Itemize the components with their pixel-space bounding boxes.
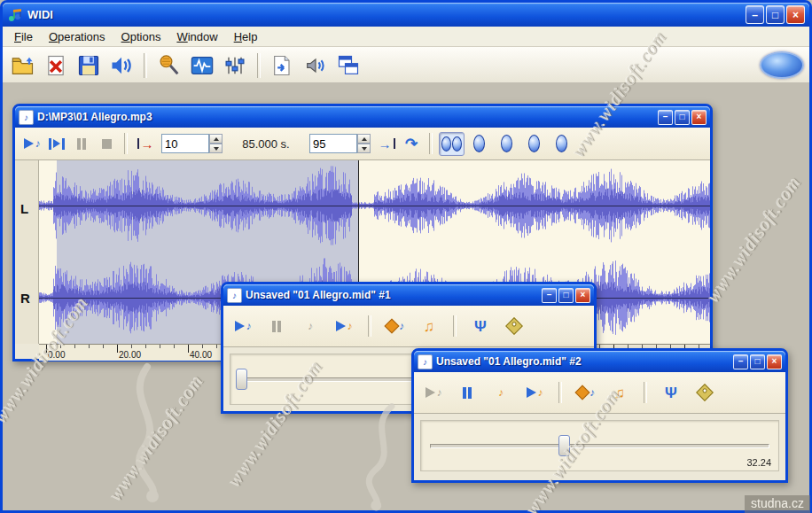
wave-window-titlebar[interactable]: ♪ D:\MP3\01 Allegro.mp3 – □ × (15, 106, 710, 128)
notes-button[interactable]: ♫ (415, 313, 443, 339)
save-button[interactable] (74, 51, 104, 81)
close-button[interactable]: × (786, 5, 805, 24)
pause-button[interactable] (453, 379, 481, 406)
tuning-fork-button[interactable]: Ψ (466, 313, 495, 339)
stop-button[interactable] (95, 132, 118, 155)
toolbar-separator (144, 53, 147, 78)
menu-window[interactable]: Window (168, 28, 225, 45)
tag-icon (696, 384, 714, 401)
menu-operations[interactable]: Operations (41, 28, 113, 45)
midi2-close-button[interactable]: × (767, 354, 782, 369)
mixer-icon (223, 53, 247, 78)
tempo-input[interactable] (309, 134, 357, 153)
pause-icon (82, 138, 86, 150)
tuning-fork-button[interactable]: Ψ (657, 379, 685, 406)
position-down-button[interactable] (209, 144, 223, 153)
note-icon: ♪ (538, 387, 543, 398)
pause-button[interactable] (70, 132, 93, 155)
convert-to-midi-button[interactable] (268, 51, 298, 81)
pause-icon (463, 387, 466, 399)
bracket-icon (49, 138, 51, 150)
midi2-maximize-button[interactable]: □ (750, 354, 765, 369)
main-titlebar[interactable]: WIDI – □ × (3, 3, 809, 27)
volume-button[interactable] (301, 51, 331, 81)
midi2-progress-slider[interactable]: 32.24 (420, 420, 779, 471)
pause-button[interactable] (262, 313, 291, 339)
seek-note-button[interactable]: ♪ (381, 313, 410, 339)
menu-options[interactable]: Options (113, 28, 169, 45)
open-file-button[interactable] (8, 51, 38, 81)
tempo-spinbox (309, 134, 371, 153)
tempo-up-button[interactable] (357, 134, 371, 144)
slider-track[interactable] (430, 444, 769, 448)
midi2-titlebar[interactable]: ♪ Unsaved "01 Allegro.mid" #2 – □ × (414, 351, 785, 372)
maximize-button[interactable]: □ (766, 5, 785, 24)
volume-icon (303, 53, 328, 78)
seek-note-button[interactable]: ♪ (572, 379, 600, 406)
note-icon: ♪ (589, 387, 595, 398)
synth-play-button[interactable]: ♪ (520, 379, 549, 406)
midi1-minimize-button[interactable]: – (542, 288, 557, 303)
tuning-fork-icon: Ψ (474, 319, 487, 334)
wave-window-title: D:\MP3\01 Allegro.mp3 (37, 111, 654, 123)
stereo-toggle-button[interactable] (439, 132, 465, 156)
record-button[interactable] (154, 51, 184, 81)
notes-button[interactable]: ♫ (605, 379, 634, 406)
note-icon: ♪ (347, 321, 353, 331)
slider-thumb[interactable] (236, 369, 247, 390)
play-button[interactable]: ♪ (20, 132, 43, 155)
synth-play-icon (336, 321, 346, 331)
position-input[interactable] (161, 134, 209, 153)
stop-button[interactable]: ♪ (296, 313, 324, 339)
menu-help[interactable]: Help (226, 28, 266, 45)
arrow-down-icon (362, 147, 367, 151)
oval-button-2[interactable] (466, 132, 492, 156)
menu-file[interactable]: File (6, 28, 41, 45)
mixer-button[interactable] (220, 51, 250, 81)
play-icon (24, 138, 34, 149)
oval-button-5[interactable] (549, 132, 574, 156)
position-up-button[interactable] (209, 134, 223, 144)
midi1-close-button[interactable]: × (575, 288, 590, 303)
play-button[interactable]: ♪ (419, 379, 448, 406)
toolbar-separator (644, 382, 647, 403)
convert-icon (270, 53, 295, 78)
midi1-titlebar[interactable]: ♪ Unsaved "01 Allegro.mid" #1 – □ × (223, 284, 594, 306)
tags-button[interactable] (691, 379, 719, 406)
tags-button[interactable] (500, 313, 528, 339)
synth-play-button[interactable]: ♪ (330, 313, 358, 339)
slider-thumb[interactable] (558, 435, 570, 456)
midi-doc-icon: ♪ (418, 354, 433, 369)
wave-maximize-button[interactable]: □ (675, 110, 690, 125)
waveform-view-icon (190, 53, 215, 78)
oval-button-4[interactable] (521, 132, 547, 156)
minimize-button[interactable]: – (746, 5, 764, 24)
play-selection-button[interactable] (45, 132, 68, 155)
bracket-icon (62, 138, 65, 150)
duration-readout: 85.000 s. (234, 137, 298, 151)
wave-minimize-button[interactable]: – (658, 110, 673, 125)
midi1-maximize-button[interactable]: □ (558, 288, 574, 303)
waveform-view-button[interactable] (187, 51, 217, 81)
play-sound-button[interactable] (106, 51, 137, 81)
oval-icon (452, 136, 462, 152)
tempo-down-button[interactable] (357, 144, 371, 153)
midi2-minimize-button[interactable]: – (733, 354, 748, 369)
cascade-windows-button[interactable] (333, 51, 363, 81)
pause-icon (77, 138, 81, 150)
wave-close-button[interactable]: × (691, 110, 707, 125)
widi-logo-icon (760, 51, 804, 79)
to-end-button[interactable]: → (375, 132, 398, 155)
stop-button[interactable]: ♪ (487, 379, 515, 406)
oval-button-3[interactable] (494, 132, 519, 156)
close-file-button[interactable] (41, 51, 71, 81)
midi-doc-icon: ♪ (227, 288, 242, 303)
cascade-windows-icon (336, 53, 361, 78)
oval-icon (441, 136, 451, 152)
toolbar-separator (453, 315, 457, 337)
play-button[interactable]: ♪ (229, 313, 257, 339)
menu-bar: File Operations Options Window Help (3, 27, 809, 47)
goto-position-button[interactable]: → (134, 132, 157, 155)
free-play-button[interactable]: ↷ (400, 132, 423, 155)
midi-window-2: ♪ Unsaved "01 Allegro.mid" #2 – □ × ♪ (411, 348, 788, 483)
